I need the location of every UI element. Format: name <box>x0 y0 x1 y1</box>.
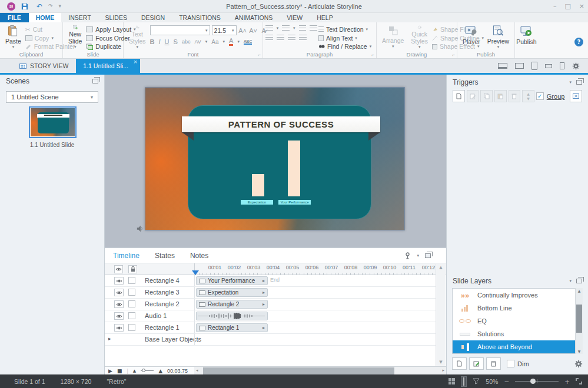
close-tab-icon[interactable]: × <box>133 59 138 65</box>
float-panel-icon[interactable] <box>576 80 582 85</box>
slide-layer-item[interactable]: Above and Beyond <box>453 340 582 353</box>
align-center-icon[interactable] <box>277 35 284 41</box>
quick-styles-button[interactable]: Quick Styles▾ <box>408 24 431 51</box>
lock-checkbox[interactable] <box>128 324 135 331</box>
tab-home[interactable]: HOME <box>29 13 62 22</box>
layers-scrollbar[interactable]: ▲ ▼ <box>575 288 583 354</box>
align-right-icon[interactable] <box>288 35 295 41</box>
scroll-right-icon[interactable]: ▸ <box>442 368 444 373</box>
scroll-up-icon[interactable]: ▲ <box>436 265 446 270</box>
timeline-zoom-slider[interactable] <box>141 370 154 371</box>
tab-design[interactable]: DESIGN <box>134 13 172 22</box>
expectation-bar[interactable] <box>252 174 264 196</box>
pin-icon[interactable] <box>404 252 411 259</box>
align-left-icon[interactable] <box>265 35 273 41</box>
group-checkbox[interactable]: ✓ <box>536 92 544 100</box>
scroll-down-icon[interactable]: ▼ <box>576 349 583 353</box>
font-dialog-launcher[interactable]: ⌐ <box>258 52 261 58</box>
expectation-bar-label[interactable]: Expectation <box>241 200 273 205</box>
character-spacing-button[interactable]: AV <box>194 39 201 45</box>
story-view-tab[interactable]: STORY VIEW <box>12 59 76 73</box>
track-expand-arrow-icon[interactable]: ▸ <box>263 290 265 295</box>
numbering-icon[interactable] <box>282 25 290 31</box>
help-button[interactable]: ? <box>574 38 583 46</box>
your-performance-bar-label[interactable]: Your Performance <box>278 200 311 205</box>
tab-file[interactable]: FILE <box>0 13 29 22</box>
scrollbar-thumb[interactable] <box>576 305 582 333</box>
desktop-preview-icon[interactable] <box>515 63 524 69</box>
font-size-combobox[interactable]: 21.5▾ <box>212 25 237 35</box>
slide-stage[interactable]: PATTERN OF SUCCESS Expectation Your Perf… <box>145 87 405 230</box>
arrange-button[interactable]: Arrange▾ <box>379 24 407 51</box>
timeline-ruler[interactable]: 00:0100:0200:0300:0400:0500:0600:0700:08… <box>194 263 434 275</box>
grow-font-button[interactable]: A˄ <box>238 27 247 34</box>
toggle-visibility-button[interactable] <box>114 277 124 285</box>
shrink-font-button[interactable]: A˅ <box>249 27 258 34</box>
your-performance-bar[interactable] <box>288 141 300 196</box>
lock-checkbox[interactable] <box>128 277 135 284</box>
timeline-row[interactable]: Rectangle 2Rectangle 2▸ <box>105 299 436 310</box>
phone-landscape-preview-icon[interactable] <box>545 64 552 68</box>
triggers-options-dropdown-icon[interactable]: ▾ <box>569 80 572 85</box>
dim-checkbox[interactable] <box>507 360 514 367</box>
font-name-combobox[interactable]: ▾ <box>150 25 210 35</box>
align-text-button[interactable]: Align Text▾ <box>318 34 371 42</box>
tab-help[interactable]: HELP <box>310 13 340 22</box>
subscript-button[interactable]: abc <box>182 39 191 45</box>
preview-funnel-icon[interactable] <box>473 378 480 384</box>
zoom-out-timeline-icon[interactable]: ▲ <box>133 369 136 373</box>
timeline-audio-bar[interactable] <box>196 312 268 320</box>
zoom-out-button[interactable]: − <box>504 378 509 385</box>
lock-checkbox[interactable] <box>128 300 135 307</box>
slide-thumbnail[interactable] <box>29 106 77 138</box>
bold-button[interactable]: B <box>150 38 155 45</box>
copy-trigger-button[interactable] <box>480 90 493 102</box>
zoom-in-timeline-icon[interactable]: ▲ <box>158 368 162 374</box>
zoom-slider[interactable] <box>515 381 559 382</box>
find-replace-button[interactable]: Find / Replace▾ <box>318 42 371 51</box>
story-view-button[interactable] <box>449 378 455 384</box>
minimize-button[interactable]: – <box>553 2 557 10</box>
track-expand-arrow-icon[interactable]: ▸ <box>263 278 265 283</box>
toggle-visibility-button[interactable] <box>114 312 124 320</box>
tab-timeline[interactable]: Timeline <box>113 252 139 260</box>
fit-to-window-button[interactable] <box>576 378 582 384</box>
timeline-track-bar[interactable]: Rectangle 1▸ <box>196 323 268 332</box>
manage-variables-button[interactable] <box>570 90 582 102</box>
lock-checkbox[interactable] <box>128 289 135 296</box>
layers-options-dropdown-icon[interactable]: ▾ <box>569 279 572 283</box>
paste-trigger-button[interactable] <box>494 90 507 102</box>
new-layer-button[interactable] <box>452 357 467 370</box>
timeline-vertical-scrollbar[interactable]: ▲ ▼ <box>436 264 446 366</box>
new-slide-button[interactable]: New Slide ▾ <box>65 24 85 51</box>
toggle-visibility-button[interactable] <box>114 324 124 332</box>
drawing-dialog-launcher[interactable]: ⌐ <box>452 52 455 58</box>
text-styles-button[interactable]: Text Styles ▾ <box>126 24 149 51</box>
italic-button[interactable]: I <box>159 38 161 45</box>
slide-view-button[interactable] <box>461 376 467 387</box>
laptop-preview-icon[interactable] <box>498 63 507 69</box>
track-expand-arrow-icon[interactable]: ▸ <box>263 325 265 330</box>
text-direction-button[interactable]: Text Direction▾ <box>318 25 371 34</box>
scene-selector-dropdown[interactable]: 1 Untitled Scene▾ <box>6 91 98 103</box>
justify-icon[interactable] <box>299 35 307 41</box>
layer-properties-gear-icon[interactable] <box>574 360 583 368</box>
strikethrough-button[interactable]: S <box>174 38 178 45</box>
scroll-down-icon[interactable]: ▼ <box>436 360 446 364</box>
float-panel-icon[interactable] <box>576 279 582 283</box>
save-icon[interactable] <box>21 3 28 10</box>
paste-button[interactable]: Paste ▾ <box>2 24 24 51</box>
timeline-row[interactable]: Audio 1 <box>105 310 436 322</box>
player-button[interactable]: Player <box>460 24 483 51</box>
preview-button[interactable]: Preview ▾ <box>484 24 512 51</box>
reorder-trigger-spinner[interactable]: ▲▼ <box>522 90 534 102</box>
lock-all-button[interactable] <box>128 265 137 273</box>
tab-insert[interactable]: INSERT <box>61 13 98 22</box>
scroll-left-icon[interactable]: ◂ <box>196 368 198 373</box>
redo-icon[interactable]: ↷ <box>48 4 53 9</box>
edit-layer-button[interactable] <box>469 357 484 370</box>
stop-button[interactable]: ■ <box>117 368 122 374</box>
timeline-horizontal-scrollbar[interactable]: ◂ ▸ <box>194 367 446 374</box>
timeline-row[interactable]: ▸Base Layer Objects <box>105 334 436 346</box>
slide-tab-active[interactable]: 1.1 Untitled Sli... × <box>76 59 139 73</box>
